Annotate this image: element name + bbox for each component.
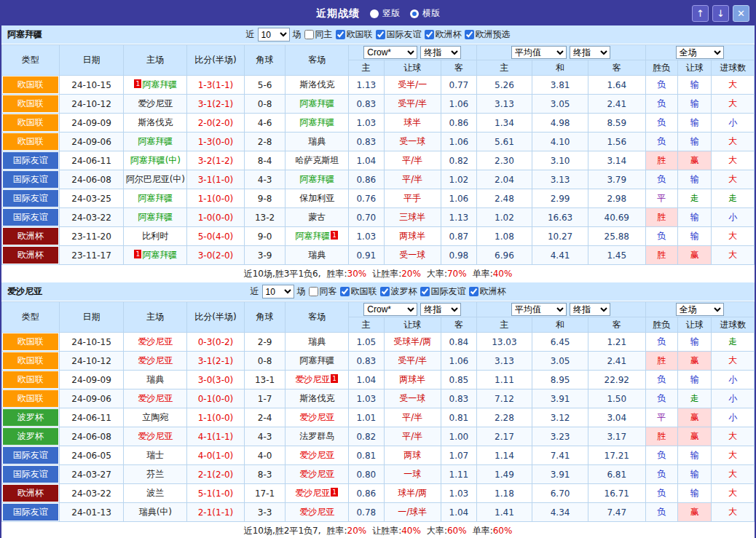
handicap-result-cell: 输 xyxy=(677,132,711,151)
same-venue-input[interactable] xyxy=(309,287,318,296)
winlose-result-cell: 胜 xyxy=(645,151,677,170)
radio-horizontal-layout[interactable]: 横版 xyxy=(410,7,440,20)
winlose-result-cell: 负 xyxy=(645,114,677,132)
radio-vertical-layout[interactable]: 竖版 xyxy=(370,7,400,20)
league-checkbox-input[interactable] xyxy=(469,287,479,296)
team-name-text: 阿塞拜疆 xyxy=(142,250,177,260)
league-checkbox-2[interactable]: 欧洲杯 xyxy=(425,28,462,41)
team-name-text: 阿尔巴尼亚(中) xyxy=(126,174,185,184)
league-type-cell: 欧洲杯 xyxy=(2,246,60,265)
score-cell: 3-2(1-2) xyxy=(187,151,245,170)
match-scope-select[interactable]: 全场 xyxy=(676,303,724,316)
goals-result-cell: 大 xyxy=(712,76,755,95)
score-cell: 1-1(0-0) xyxy=(187,189,245,208)
league-checkbox-0[interactable]: 欧国联 xyxy=(340,285,377,298)
move-up-button[interactable]: ↑ xyxy=(692,5,709,22)
league-checkbox-3[interactable]: 欧洲预选 xyxy=(465,28,511,41)
avg-away-odds-cell: 3.17 xyxy=(588,427,645,446)
avg-draw-odds-cell: 7.41 xyxy=(532,446,588,465)
col-corner: 角球 xyxy=(244,302,285,333)
team-name-text: 爱沙尼亚 xyxy=(138,431,173,441)
same-venue-checkbox[interactable]: 同客 xyxy=(309,285,337,298)
home-team-cell: 1阿塞拜疆 xyxy=(124,76,187,95)
league-type-cell: 欧国联 xyxy=(2,114,60,132)
league-type-cell: 国际友谊 xyxy=(2,446,60,465)
table-header-groups: 类型 日期 主场 比分(半场) 角球 客场 Crow*终指 平均值终指 全场 xyxy=(2,45,755,60)
league-checkbox-input[interactable] xyxy=(425,30,434,39)
summary-prefix: 近10场,胜3平1负6, xyxy=(244,268,321,280)
handicap-result-cell: 赢 xyxy=(677,246,711,265)
team-name-text: 斯洛伐克 xyxy=(299,393,334,403)
move-down-button[interactable]: ↓ xyxy=(712,5,729,22)
avg-draw-odds-cell: 10.27 xyxy=(532,227,588,246)
same-venue-input[interactable] xyxy=(304,30,314,39)
team-name-text: 瑞士 xyxy=(146,450,164,460)
odds-company-select[interactable]: Crow* xyxy=(363,303,417,316)
date-cell: 24-09-09 xyxy=(59,114,124,132)
league-checkbox-input[interactable] xyxy=(340,287,350,296)
avg-home-odds-cell: 7.12 xyxy=(476,389,532,408)
league-checkbox-input[interactable] xyxy=(336,30,345,39)
avg-odds-select[interactable]: 平均值 xyxy=(511,303,567,316)
goals-result-cell: 小 xyxy=(712,114,755,132)
corner-cell: 4-3 xyxy=(244,427,285,446)
league-checkbox-input[interactable] xyxy=(376,30,385,39)
recent-results-widget: 近期战绩 竖版 横版 ↑ ↓ ✕ 阿塞拜疆 近 10 场 xyxy=(0,0,756,538)
goals-result-cell: 大 xyxy=(712,132,755,151)
handicap-away-odds-cell: 1.00 xyxy=(441,427,476,446)
winlose-result-cell: 胜 xyxy=(645,427,677,446)
avg-home-odds-cell: 2.28 xyxy=(476,408,532,427)
league-checkbox-input[interactable] xyxy=(420,287,430,296)
scope-group-header: 全场 xyxy=(645,302,754,317)
same-venue-checkbox[interactable]: 同主 xyxy=(304,28,333,41)
home-team-cell: 阿尔巴尼亚(中) xyxy=(124,170,187,189)
match-row: 国际友谊24-03-22阿塞拜疆1-0(0-0)13-2蒙古0.70三球半1.1… xyxy=(2,208,755,227)
subcol-avg-away: 客 xyxy=(588,60,645,76)
odds-final-select[interactable]: 终指 xyxy=(420,303,461,316)
odds-company-select[interactable]: Crow* xyxy=(363,46,417,59)
date-cell: 24-06-11 xyxy=(59,408,124,427)
avg-draw-odds-cell: 3.91 xyxy=(532,389,588,408)
away-team-cell: 蒙古 xyxy=(286,208,349,227)
avg-draw-odds-cell: 3.91 xyxy=(532,465,588,484)
recent-games-select[interactable]: 10 xyxy=(262,285,294,298)
league-checkbox-3[interactable]: 欧洲杯 xyxy=(469,285,506,298)
league-checkbox-0[interactable]: 欧国联 xyxy=(336,28,373,41)
goals-result-cell: 大 xyxy=(712,227,755,246)
avg-draw-odds-cell: 4.10 xyxy=(532,132,588,151)
avg-group-header: 平均值终指 xyxy=(476,302,645,317)
match-scope-select[interactable]: 全场 xyxy=(676,46,724,59)
odds-final-select[interactable]: 终指 xyxy=(420,46,461,59)
avg-final-select[interactable]: 终指 xyxy=(570,303,610,316)
handicap-home-odds-cell: 1.04 xyxy=(349,371,384,389)
stat-win-rate: 胜率:20% xyxy=(326,525,366,537)
match-row: 国际友谊24-03-27芬兰2-1(2-0)8-3爱沙尼亚0.80一球1.111… xyxy=(2,465,755,484)
league-checkbox-2[interactable]: 国际友谊 xyxy=(420,285,466,298)
col-home: 主场 xyxy=(124,45,187,76)
handicap-away-odds-cell: 0.77 xyxy=(441,76,476,95)
goals-result-cell: 小 xyxy=(712,408,755,427)
page-title: 近期战绩 xyxy=(316,7,360,20)
league-checkbox-input[interactable] xyxy=(380,287,390,296)
close-button[interactable]: ✕ xyxy=(733,5,749,22)
team-name-text: 立陶宛 xyxy=(142,412,168,422)
score-cell: 3-0(3-0) xyxy=(187,371,245,389)
recent-games-select[interactable]: 10 xyxy=(258,28,290,41)
handicap-line-cell: 平/半 xyxy=(384,427,441,446)
avg-final-select[interactable]: 终指 xyxy=(570,46,610,59)
date-cell: 24-06-11 xyxy=(59,151,124,170)
avg-odds-select[interactable]: 平均值 xyxy=(511,46,567,59)
col-home: 主场 xyxy=(124,302,187,333)
winlose-result-cell: 负 xyxy=(645,484,677,503)
match-row: 波罗杯24-06-11立陶宛1-1(0-0)2-4爱沙尼亚1.01平/半0.81… xyxy=(2,408,755,427)
games-suffix-label: 场 xyxy=(293,28,302,41)
handicap-result-cell: 赢 xyxy=(677,408,711,427)
score-cell: 0-3(0-2) xyxy=(187,333,245,352)
handicap-home-odds-cell: 0.70 xyxy=(349,208,384,227)
league-checkbox-1[interactable]: 波罗杯 xyxy=(380,285,417,298)
team-name-text: 阿塞拜疆 xyxy=(299,174,334,184)
league-checkbox-1[interactable]: 国际友谊 xyxy=(376,28,422,41)
goals-result-cell: 走 xyxy=(712,189,755,208)
league-checkbox-input[interactable] xyxy=(465,30,474,39)
handicap-away-odds-cell: 1.06 xyxy=(441,352,476,371)
